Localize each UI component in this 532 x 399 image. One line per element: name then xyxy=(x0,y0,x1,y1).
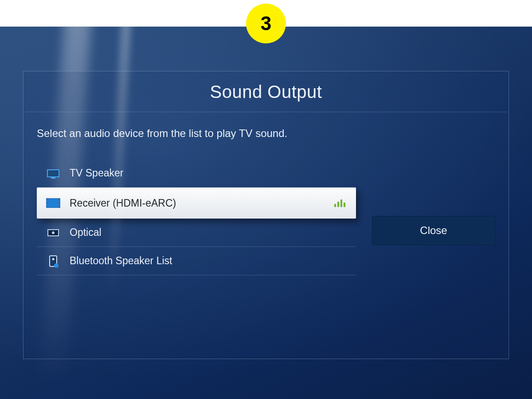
bluetooth-speaker-icon xyxy=(46,255,61,267)
tv-screen: Sound Output Select an audio device from… xyxy=(0,27,532,399)
option-label: TV Speaker xyxy=(70,167,345,179)
step-number-badge: 3 xyxy=(246,4,286,43)
panel-content: TV Speaker Receiver (HDMI-eARC) Optical … xyxy=(23,159,509,275)
optical-icon xyxy=(46,227,61,239)
option-label: Receiver (HDMI-eARC) xyxy=(70,197,325,209)
output-options-list: TV Speaker Receiver (HDMI-eARC) Optical … xyxy=(37,159,356,275)
sound-output-panel: Sound Output Select an audio device from… xyxy=(23,71,509,359)
close-button-label: Close xyxy=(420,224,447,237)
close-button[interactable]: Close xyxy=(372,216,495,245)
option-optical[interactable]: Optical xyxy=(37,219,356,247)
panel-title: Sound Output xyxy=(25,82,507,112)
option-bluetooth-speaker-list[interactable]: Bluetooth Speaker List xyxy=(37,247,356,275)
step-number: 3 xyxy=(261,12,271,35)
tv-speaker-icon xyxy=(46,168,61,179)
audio-activity-icon xyxy=(334,199,345,207)
option-receiver-hdmi-earc[interactable]: Receiver (HDMI-eARC) xyxy=(37,188,356,219)
option-tv-speaker[interactable]: TV Speaker xyxy=(37,159,356,188)
panel-instruction: Select an audio device from the list to … xyxy=(23,112,509,159)
option-label: Optical xyxy=(70,227,345,239)
side-actions: Close xyxy=(372,159,495,275)
receiver-icon xyxy=(46,197,61,209)
option-label: Bluetooth Speaker List xyxy=(70,255,345,267)
